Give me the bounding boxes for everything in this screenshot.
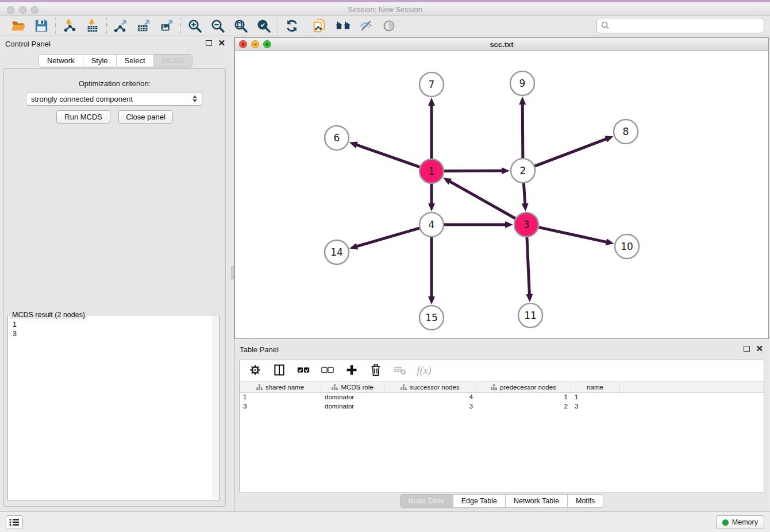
graph-edge-1-6[interactable] [356,145,419,167]
graph-node-label: 2 [520,165,526,176]
graph-edge-arrowhead [522,203,529,211]
table-cell[interactable]: dominator [321,393,384,402]
table-cell[interactable]: 4 [384,393,476,402]
settings-icon [248,363,262,379]
graph-edge-3-11[interactable] [527,237,529,295]
open-session-icon [11,19,26,33]
column-header-shared-name[interactable]: shared name [240,382,321,392]
graph-edge-2-9[interactable] [522,103,523,158]
table-tab-motifs[interactable]: Motifs [568,495,603,507]
table-header-row[interactable]: shared nameMCDS rolesuccessor nodesprede… [240,381,764,393]
column-header-successor-nodes[interactable]: successor nodes [384,382,476,392]
float-table-panel-icon[interactable] [744,346,750,352]
memory-label: Memory [732,518,758,526]
criterion-select[interactable]: strongly connected component [26,92,202,106]
column-type-icon [256,384,263,391]
result-scrollbar[interactable] [213,316,219,499]
deselect-all-icon [321,365,334,377]
export-network-button[interactable] [113,18,129,34]
control-tab-select[interactable]: Select [117,55,154,67]
graph-edge-2-8[interactable] [535,138,607,166]
table-tab-edge-table[interactable]: Edge Table [453,495,506,507]
graph-edge-2-3[interactable] [523,183,525,205]
zoom-selected-button[interactable] [256,18,272,34]
show-columns-button[interactable] [272,364,287,379]
memory-button[interactable]: Memory [716,515,764,529]
column-type-icon [332,384,338,391]
table-row[interactable]: 1dominator411 [240,393,764,402]
search-icon [601,21,610,30]
add-button[interactable] [344,364,359,379]
save-session-button[interactable] [33,18,49,34]
table-cell[interactable]: 1 [476,393,571,402]
graph-edge-arrowhead [428,98,435,106]
search-input[interactable] [613,20,764,32]
zoom-fit-button[interactable] [233,18,249,34]
table-cell[interactable]: 1 [240,393,321,402]
table-cell[interactable]: dominator [321,402,384,411]
column-header-label: shared name [265,384,304,391]
deselect-all-button[interactable] [320,364,335,379]
control-tab-mcds[interactable]: MCDS [154,55,192,67]
run-mcds-button[interactable]: Run MCDS [56,110,110,124]
select-stepper-icon [192,95,197,102]
export-table-button[interactable] [136,18,152,34]
table-toolbar: f(x) [240,360,764,381]
graph-edge-3-10[interactable] [538,228,607,242]
table-row[interactable]: 3dominator323 [240,402,764,411]
home-button[interactable] [335,18,351,34]
float-panel-icon[interactable] [206,40,212,46]
splitter-grip[interactable] [231,266,234,279]
column-header-predecessor-nodes[interactable]: predecessor nodes [476,382,571,392]
graph-edge-4-14[interactable] [356,228,419,246]
graph-node-label: 1 [429,165,435,177]
zoom-out-button[interactable] [210,18,226,34]
select-all-icon [297,365,310,377]
table-cell[interactable]: 3 [240,402,321,411]
delete-button[interactable] [368,364,383,379]
select-all-button[interactable] [296,364,311,379]
close-table-panel-icon[interactable]: ✕ [756,345,763,352]
search-box[interactable] [596,18,764,33]
import-table-icon [86,19,99,33]
graph-node-label: 4 [429,219,435,230]
memory-status-icon [722,519,729,526]
open-session-button[interactable] [10,18,26,34]
column-header-name[interactable]: name [571,382,619,392]
refresh-icon [285,19,299,33]
table-cell[interactable]: 1 [571,393,619,402]
graph-edge-1-2[interactable] [444,171,503,171]
graph-edge-arrowhead [605,136,613,142]
import-network-button[interactable] [61,18,78,34]
settings-button[interactable] [248,364,263,379]
close-panel-icon[interactable]: ✕ [218,40,225,46]
hide-button[interactable] [358,18,374,34]
column-header-MCDS-role[interactable]: MCDS role [321,382,384,392]
zoom-out-icon [210,18,225,33]
close-panel-button[interactable]: Close panel [118,110,173,124]
table-tab-node-table[interactable]: Node Table [401,495,453,507]
table-tab-network-table[interactable]: Network Table [506,495,568,507]
graph-edge-3-1[interactable] [449,181,515,218]
refresh-button[interactable] [284,18,300,34]
mcds-result-text[interactable]: 13 [8,318,212,500]
status-bar: Memory [0,511,770,532]
table-cell[interactable]: 3 [571,402,619,411]
import-table-button[interactable] [84,18,101,34]
control-tab-style[interactable]: Style [83,55,117,67]
graph-node-label: 6 [334,132,340,144]
control-tab-network[interactable]: Network [39,55,83,67]
network-window-titlebar[interactable]: × − + scc.txt [235,38,768,51]
mcds-result-line: 1 [13,320,207,329]
column-header-label: predecessor nodes [500,384,556,391]
clone-network-button[interactable] [312,18,328,34]
network-canvas[interactable]: 1234678910111415 [235,51,768,338]
task-history-button[interactable] [6,515,23,529]
zoom-in-button[interactable] [187,18,203,34]
table-cell[interactable]: 2 [476,402,571,411]
import-network-icon [63,19,76,33]
column-header-label: MCDS role [341,384,373,391]
export-image-button[interactable] [159,18,175,34]
table-cell[interactable]: 3 [384,402,476,411]
show-button[interactable] [381,18,397,34]
